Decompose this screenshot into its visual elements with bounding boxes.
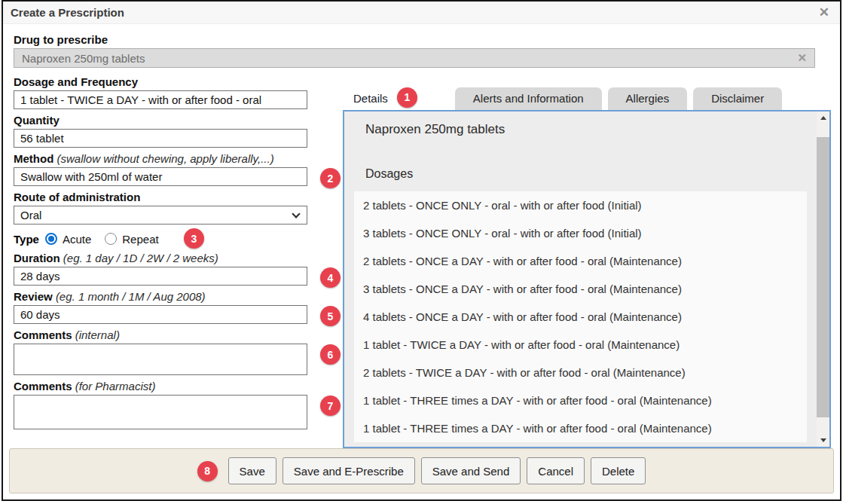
radio-repeat[interactable] [105,233,117,245]
step-badge-4: 4 [320,267,341,288]
step-badge-3: 3 [184,228,204,249]
type-label: Type [14,233,39,246]
step-badge-2: 2 [320,168,341,188]
save-and-eprescribe-button[interactable]: Save and E-Prescribe [283,457,415,484]
scrollbar-thumb[interactable] [817,137,829,417]
step-badge-5: 5 [320,306,341,326]
dialog-title: Create a Prescription [11,6,124,19]
duration-label: Duration (eg. 1 day / 1D / 2W / 2 weeks) [14,252,307,264]
dialog-titlebar: Create a Prescription ✕ [3,2,840,24]
dosages-heading: Dosages [344,137,829,181]
create-prescription-dialog: Create a Prescription ✕ Drug to prescrib… [2,0,841,501]
details-drug-name: Naproxen 250mg tablets [344,121,829,137]
tab-allergies[interactable]: Allergies [608,87,688,110]
dosage-option[interactable]: 3 tablets - ONCE a DAY - with or after f… [354,275,807,303]
step-badge-8: 8 [197,461,218,481]
tab-disclaimer[interactable]: Disclaimer [693,87,782,110]
review-field: Review (eg. 1 month / 1M / Aug 2008) 5 [14,290,307,324]
quantity-label: Quantity [14,114,307,127]
cancel-button[interactable]: Cancel [527,457,585,484]
quantity-field: Quantity [14,114,307,148]
radio-acute[interactable] [45,233,57,245]
dosage-option[interactable]: 2 tablets - TWICE a DAY - with or after … [354,359,807,386]
delete-button[interactable]: Delete [591,457,646,484]
info-tabs: Details 1 Alerts and Information Allergi… [343,72,831,110]
route-field: Route of administration Oral [14,191,307,225]
method-field: Method (swallow without chewing, apply l… [14,152,307,186]
comments-pharmacist-field: Comments (for Pharmacist) 7 [14,380,307,429]
route-selected-value: Oral [20,209,41,221]
dosage-option[interactable]: 4 tablets - ONCE a DAY - with or after f… [354,303,807,331]
comments-internal-input[interactable] [14,344,307,375]
comments-pharmacist-label: Comments (for Pharmacist) [14,380,307,393]
dosage-option[interactable]: 2 tablets - ONCE ONLY - oral - with or a… [354,191,807,219]
step-badge-6: 6 [320,344,341,365]
comments-pharmacist-input[interactable] [14,395,307,429]
drug-label: Drug to prescribe [14,33,829,46]
radio-repeat-label[interactable]: Repeat [122,233,158,246]
save-button[interactable]: Save [228,457,276,484]
dosage-label: Dosage and Frequency [14,75,307,88]
dosage-option[interactable]: 1 tablet - TWICE a DAY - with or after f… [354,331,807,359]
step-badge-7: 7 [320,396,341,416]
dosage-list: 2 tablets - ONCE ONLY - oral - with or a… [354,191,807,442]
radio-acute-label[interactable]: Acute [63,233,91,246]
comments-internal-field: Comments (internal) 6 [14,328,307,375]
duration-input[interactable] [14,267,307,286]
method-label: Method (swallow without chewing, apply l… [14,152,307,165]
dosage-option[interactable]: 3 tablets - ONCE ONLY - oral - with or a… [354,219,807,247]
dosage-option[interactable]: 1 tablet - THREE times a DAY - with or a… [354,414,807,442]
comments-internal-label: Comments (internal) [14,328,307,341]
clear-drug-icon[interactable]: ✕ [797,51,807,65]
details-scrollbar[interactable] [817,111,829,447]
drug-input: Naproxen 250mg tablets ✕ [14,48,815,68]
drug-info-panel: Details 1 Alerts and Information Allergi… [343,72,831,448]
route-select[interactable]: Oral [14,206,307,225]
dosage-option[interactable]: 1 tablet - THREE times a DAY - with or a… [354,386,807,414]
close-icon[interactable]: ✕ [819,6,829,19]
scroll-up-icon[interactable] [817,111,829,124]
route-label: Route of administration [14,191,307,203]
step-badge-1: 1 [397,87,417,108]
review-label: Review (eg. 1 month / 1M / Aug 2008) [14,290,307,303]
review-input[interactable] [14,305,307,324]
prescription-form: Dosage and Frequency Quantity Method (sw… [14,72,307,434]
dosage-input[interactable] [14,90,307,109]
chevron-down-icon [292,209,300,218]
method-input[interactable] [14,167,307,186]
action-bar: 8 Save Save and E-Prescribe Save and Sen… [9,448,834,493]
drug-value: Naproxen 250mg tablets [22,52,145,65]
tab-details[interactable]: Details 1 [343,87,417,110]
tab-alerts-and-information[interactable]: Alerts and Information [455,87,602,110]
quantity-input[interactable] [14,129,307,148]
type-field: Type Acute Repeat 3 [14,229,307,249]
details-panel: Naproxen 250mg tablets Dosages 2 tablets… [343,110,831,448]
duration-field: Duration (eg. 1 day / 1D / 2W / 2 weeks)… [14,252,307,286]
scroll-down-icon[interactable] [817,434,829,447]
dosage-field: Dosage and Frequency [14,75,307,109]
dosage-option[interactable]: 2 tablets - ONCE a DAY - with or after f… [354,247,807,275]
save-and-send-button[interactable]: Save and Send [421,457,521,484]
